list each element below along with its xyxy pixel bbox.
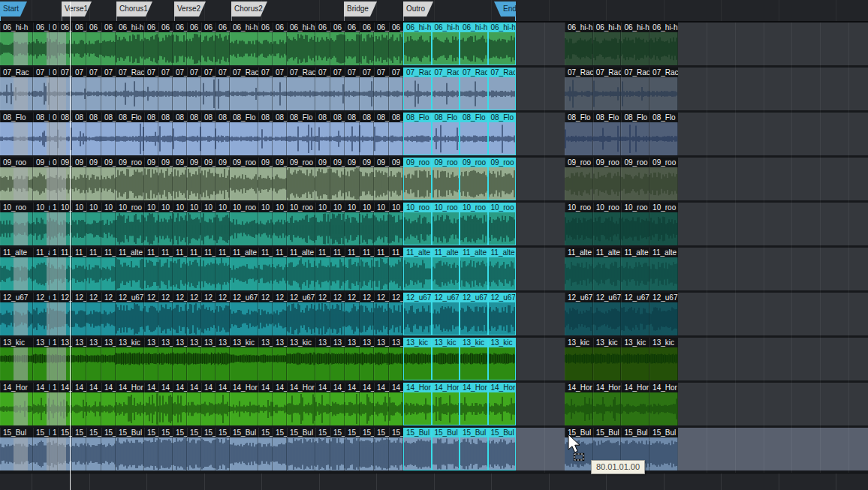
audio-clip[interactable]: 14_ (72, 383, 86, 425)
audio-clip[interactable]: 12_ (389, 293, 403, 335)
audio-clip[interactable]: 07_ (360, 68, 374, 110)
audio-clip[interactable]: 14_ (187, 383, 201, 425)
audio-clip[interactable]: 07_Rac (432, 68, 460, 110)
audio-clip[interactable]: 11_alte (116, 248, 144, 290)
audio-clip[interactable]: 08_ (389, 113, 403, 155)
audio-clip[interactable]: 12_u67 (230, 293, 258, 335)
audio-clip[interactable]: 15_ (144, 428, 158, 470)
audio-clip[interactable]: 11_alte (649, 248, 678, 290)
audio-clip[interactable]: 09_roo (230, 158, 258, 200)
audio-clip[interactable]: 10_ (158, 203, 173, 245)
marker-flag-end[interactable]: End (494, 2, 516, 17)
audio-clip[interactable]: 08_Flo (0, 113, 33, 155)
audio-clip[interactable]: 13_ (389, 338, 403, 380)
audio-clip[interactable]: 08_ (101, 113, 116, 155)
audio-clip[interactable]: 14_Hor (230, 383, 258, 425)
audio-clip[interactable]: 10_ (389, 203, 403, 245)
audio-clip[interactable]: 10_ (273, 203, 287, 245)
marker-flag-verse1[interactable]: Verse1 (62, 2, 92, 17)
audio-clip[interactable]: 09_roo (460, 158, 488, 200)
audio-clip[interactable]: 07_Rac (116, 68, 144, 110)
audio-clip[interactable]: 13_ (374, 338, 389, 380)
audio-clip[interactable]: 13_ (258, 338, 273, 380)
audio-clip[interactable]: 08_ (173, 113, 187, 155)
audio-clip[interactable]: 13_ (345, 338, 360, 380)
audio-clip[interactable]: 09_roo (649, 158, 678, 200)
audio-clip[interactable]: 14_ (360, 383, 374, 425)
audio-clip[interactable]: 10_ (144, 203, 158, 245)
audio-clip[interactable]: 08_ (144, 113, 158, 155)
audio-clip[interactable]: 11_ (330, 248, 345, 290)
audio-clip[interactable]: 13_ (215, 338, 230, 380)
audio-clip[interactable]: 09_ (258, 158, 273, 200)
audio-clip[interactable]: 07_Rac (460, 68, 488, 110)
audio-clip[interactable]: 11_ (360, 248, 374, 290)
audio-clip[interactable]: 15_Bul (565, 428, 593, 470)
audio-clip[interactable]: 08_ (187, 113, 201, 155)
audio-clip[interactable]: 15_Bul (0, 428, 33, 470)
audio-clip[interactable]: 13_ (101, 338, 116, 380)
audio-clip[interactable]: 15_Bul (649, 428, 678, 470)
audio-clip[interactable]: 14_Hor (565, 383, 593, 425)
marker-ruler[interactable]: StartVerse1Chorus1Verse2Chorus2BridgeOut… (0, 0, 868, 23)
audio-clip[interactable]: 12_u67 (488, 293, 517, 335)
audio-clip[interactable]: 09_ (389, 158, 403, 200)
audio-clip[interactable]: 11_ (201, 248, 215, 290)
audio-clip[interactable]: 15_ (374, 428, 389, 470)
audio-clip[interactable]: 11_alte (230, 248, 258, 290)
marker-flag-bridge[interactable]: Bridge (344, 2, 377, 17)
audio-clip[interactable]: 15_ (330, 428, 345, 470)
audio-clip[interactable]: 06_hi-h (593, 23, 622, 65)
marker-flag-verse2[interactable]: Verse2 (174, 2, 206, 17)
audio-clip[interactable]: 10_ (72, 203, 86, 245)
audio-clip[interactable]: 12_ (187, 293, 201, 335)
audio-clip[interactable]: 11_ (173, 248, 187, 290)
audio-clip[interactable]: 10_ (360, 203, 374, 245)
audio-clip[interactable]: 0 (50, 113, 58, 155)
audio-clip[interactable]: 10_roo (0, 203, 33, 245)
audio-clip[interactable]: 15_ (360, 428, 374, 470)
audio-clip[interactable]: 10_ (187, 203, 201, 245)
audio-clip[interactable]: 09_r (33, 158, 50, 200)
audio-clip[interactable]: 06_hi-h (621, 23, 649, 65)
audio-clip[interactable]: 0 (50, 68, 58, 110)
audio-clip[interactable]: 13_kic (649, 338, 678, 380)
audio-clip[interactable]: 10_ (201, 203, 215, 245)
audio-clip[interactable]: 15_ (187, 428, 201, 470)
audio-clip[interactable]: 06_hi-h (0, 23, 33, 65)
track-lane-13[interactable]: 13_kic13_k113_13_13_13_13_kic13_13_13_13… (0, 338, 868, 383)
audio-clip[interactable]: 08_ (86, 113, 101, 155)
audio-clip[interactable]: 13_ (315, 338, 330, 380)
audio-clip[interactable]: 10_roo (460, 203, 488, 245)
audio-clip[interactable]: 14_Hor (593, 383, 622, 425)
audio-clip[interactable]: 10_ (315, 203, 330, 245)
audio-clip[interactable]: 09_ (86, 158, 101, 200)
audio-clip[interactable]: 06_ (187, 23, 201, 65)
audio-clip[interactable]: 11_alte (460, 248, 488, 290)
audio-clip[interactable]: 07_ (389, 68, 403, 110)
audio-clip[interactable]: 06_ (72, 23, 86, 65)
track-lane-15[interactable]: 15_Bul15_B115_15_15_15_15_Bul15_15_15_15… (0, 428, 868, 473)
audio-clip[interactable]: 14_ (215, 383, 230, 425)
track-lane-09[interactable]: 09_roo09_r009_09_09_09_09_roo09_09_09_09… (0, 158, 868, 203)
audio-clip[interactable]: 10_roo (649, 203, 678, 245)
audio-clip[interactable]: 1 (50, 203, 58, 245)
audio-clip[interactable]: 12_ (72, 293, 86, 335)
audio-clip[interactable]: 11_a (33, 248, 50, 290)
audio-clip[interactable]: 15_ (72, 428, 86, 470)
audio-clip[interactable]: 06_ (258, 23, 273, 65)
audio-clip[interactable]: 06_ (201, 23, 215, 65)
audio-clip[interactable]: 07_ (158, 68, 173, 110)
audio-clip[interactable]: 0 (50, 23, 58, 65)
audio-clip[interactable]: 12_u67 (649, 293, 678, 335)
playhead-cursor[interactable] (70, 2, 71, 490)
audio-clip[interactable]: 06_ (345, 23, 360, 65)
audio-clip[interactable]: 13_kic (565, 338, 593, 380)
audio-clip[interactable]: 11_alte (403, 248, 432, 290)
audio-clip[interactable]: 09_roo (432, 158, 460, 200)
audio-clip[interactable]: 08_Flo (403, 113, 432, 155)
track-lane-10[interactable]: 10_roo10_r110_10_10_10_10_roo10_10_10_10… (0, 203, 868, 248)
audio-clip[interactable]: 06_ (144, 23, 158, 65)
audio-clip[interactable]: 10_roo (403, 203, 432, 245)
audio-clip[interactable]: 15_B (33, 428, 50, 470)
